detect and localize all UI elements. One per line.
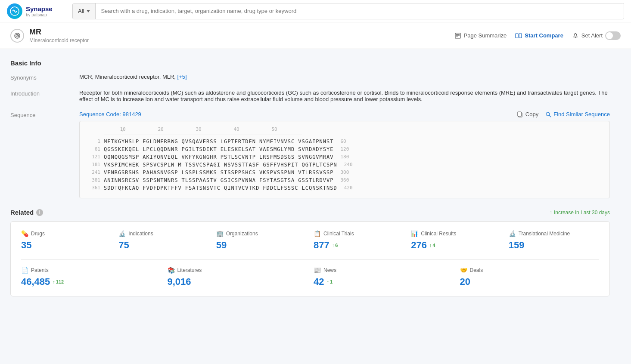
related-item[interactable]: 📄 Patents 46,485 ↑112 bbox=[21, 267, 161, 287]
find-similar-icon bbox=[545, 111, 551, 117]
page-title: MR bbox=[29, 28, 89, 37]
seq-segment: SDDTQFKCAQ bbox=[104, 185, 139, 191]
up-arrow-icon: ↑ bbox=[332, 243, 335, 248]
page-header: MR Mineralocorticoid receptor Page Summa… bbox=[0, 22, 631, 49]
related-info-icon[interactable]: i bbox=[36, 209, 43, 216]
increase-label: Increase in Last 30 days bbox=[554, 210, 610, 216]
header: Synapse by patsnap All bbox=[0, 0, 631, 22]
page-header-left: MR Mineralocorticoid receptor bbox=[10, 28, 89, 43]
related-item-icon: 🔬 bbox=[509, 230, 516, 237]
seq-segment: GSFFVHSPIT bbox=[263, 162, 298, 168]
synonyms-row: Synonyms MCR, Mineralocorticoid receptor… bbox=[10, 74, 610, 81]
find-similar-label: Find Similar Sequence bbox=[553, 111, 610, 117]
seq-segment: ELESKELSAT bbox=[221, 146, 256, 152]
copy-icon bbox=[517, 111, 523, 117]
sequence-line: 61QGSSKEKQEL LPCLQQDNNR PGILTSDIKT ELESK… bbox=[85, 146, 604, 152]
seq-segment: FVDFDPKTFFV bbox=[143, 185, 181, 191]
seq-start-num: 61 bbox=[85, 146, 100, 152]
set-alert-label: Set Alert bbox=[581, 32, 603, 39]
related-item-icon: 📊 bbox=[411, 230, 418, 237]
logo-area: Synapse by patsnap bbox=[7, 3, 67, 19]
main-content: Basic Info Synonyms MCR, Mineralocortico… bbox=[0, 49, 620, 307]
seq-start-num: 241 bbox=[85, 170, 100, 176]
related-item-header: 📋 Clinical Trials bbox=[314, 230, 404, 237]
related-item[interactable]: 📰 News 42 ↑1 bbox=[314, 267, 453, 287]
increase-value: 4 bbox=[433, 243, 435, 248]
related-grid-row2: 📄 Patents 46,485 ↑112 📚 Literatures 9,01… bbox=[21, 267, 599, 287]
related-item-label: Literatures bbox=[177, 267, 202, 273]
increase-value: 112 bbox=[56, 279, 64, 284]
seq-segment: SVRDADYSYE bbox=[298, 146, 333, 152]
synonyms-value: MCR, Mineralocorticoid receptor, MLR, [+… bbox=[79, 74, 610, 81]
up-arrow-icon: ↑ bbox=[326, 279, 329, 284]
set-alert-toggle[interactable] bbox=[605, 31, 621, 40]
sequence-content: Sequence Code: 981429 Copy bbox=[79, 111, 610, 198]
page-summarize-button[interactable]: Page Summarize bbox=[454, 32, 507, 39]
seq-segment: VAESMGLYMD bbox=[259, 146, 295, 152]
related-item[interactable]: 🔬 Indications 75 bbox=[118, 230, 209, 251]
seq-segment: LPCLQQDNNR bbox=[143, 146, 178, 152]
logo-icon bbox=[7, 3, 22, 19]
related-item[interactable]: 💊 Drugs 35 bbox=[21, 230, 112, 251]
related-item-count: 46,485 ↑112 bbox=[21, 276, 161, 287]
increase-badge: ↑1 bbox=[326, 279, 333, 284]
search-type-dropdown[interactable]: All bbox=[73, 3, 96, 19]
seq-start-num: 1 bbox=[85, 139, 100, 145]
sequence-row: Sequence Sequence Code: 981429 Copy bbox=[10, 111, 610, 198]
related-item-icon: 🏢 bbox=[216, 230, 224, 237]
seq-segment: QQNQQGSMSP bbox=[104, 154, 139, 160]
related-item-number: 42 bbox=[314, 276, 324, 287]
seq-segment: EGLDMERRWG bbox=[143, 139, 178, 145]
search-input[interactable] bbox=[96, 3, 624, 19]
start-compare-button[interactable]: Start Compare bbox=[515, 32, 563, 39]
introduction-value: Receptor for both mineralocorticoids (MC… bbox=[79, 89, 610, 102]
seq-segment: SISSPPSHCS bbox=[221, 170, 256, 176]
seq-segment: LCQNSKTNSD bbox=[302, 185, 337, 191]
seq-end-num: 240 bbox=[344, 162, 353, 168]
seq-end-num: 120 bbox=[341, 146, 349, 152]
seq-end-num: 420 bbox=[344, 185, 353, 191]
find-similar-button[interactable]: Find Similar Sequence bbox=[545, 111, 610, 117]
up-arrow-icon: ↑ bbox=[53, 279, 55, 284]
sequence-code-link[interactable]: Sequence Code: 981429 bbox=[79, 111, 141, 117]
related-item-icon: 🤝 bbox=[460, 267, 467, 274]
svg-point-3 bbox=[17, 35, 18, 36]
synonyms-plus-link[interactable]: [+5] bbox=[177, 74, 187, 80]
seq-segment: NYMEIVNVSC bbox=[259, 139, 295, 145]
seq-segment: PGILTSDIKT bbox=[182, 146, 217, 152]
sequence-actions: Copy Find Similar Sequence bbox=[517, 111, 610, 117]
seq-segment: QINTVCVTKD bbox=[224, 185, 259, 191]
related-item-icon: 📄 bbox=[21, 267, 28, 274]
related-item[interactable]: 🏢 Organizations 59 bbox=[216, 230, 307, 251]
seq-segment: FDDCLFSSSC bbox=[263, 185, 298, 191]
related-item[interactable]: 📋 Clinical Trials 877 ↑6 bbox=[314, 230, 404, 251]
seq-segment: FSATSNSVTC bbox=[185, 185, 221, 191]
related-item-number: 46,485 bbox=[21, 276, 50, 287]
seq-segment: AKIYQNVEQL bbox=[143, 154, 178, 160]
sequence-box[interactable]: 10 20 30 40 50 1METKGYHSLP EGLDMERRWG QV… bbox=[79, 121, 610, 198]
related-item[interactable]: 📊 Clinical Results 276 ↑4 bbox=[411, 230, 501, 251]
search-area: All bbox=[72, 3, 624, 19]
seq-segment: VKSPVSSPNN bbox=[259, 170, 295, 176]
related-item-label: Deals bbox=[470, 267, 483, 273]
related-item[interactable]: 🤝 Deals 20 bbox=[460, 267, 600, 287]
target-icon bbox=[10, 29, 24, 43]
sequence-line: 241VENRGSRSHS PAHASNVGSP LSSPLSSMKS SISS… bbox=[85, 170, 604, 176]
related-item[interactable]: 🔬 Translational Medicine 159 bbox=[509, 230, 599, 251]
svg-rect-9 bbox=[519, 34, 522, 38]
seq-segment: TSSVCSPAGI bbox=[185, 162, 221, 168]
related-item-number: 75 bbox=[118, 240, 129, 251]
related-card: 💊 Drugs 35 🔬 Indications 75 🏢 Organizati… bbox=[10, 221, 610, 296]
basic-info-title: Basic Info bbox=[10, 59, 610, 67]
copy-button[interactable]: Copy bbox=[517, 111, 538, 117]
related-divider bbox=[21, 259, 599, 260]
seq-segment: SVNGGVMRAV bbox=[298, 154, 333, 160]
related-item-label: Indications bbox=[128, 231, 153, 237]
related-item[interactable]: 📚 Literatures 9,016 bbox=[168, 267, 307, 287]
svg-rect-13 bbox=[518, 112, 521, 116]
search-type-label: All bbox=[78, 8, 84, 14]
related-item-header: 📚 Literatures bbox=[168, 267, 307, 274]
compare-icon bbox=[515, 32, 522, 39]
seq-start-num: 121 bbox=[85, 154, 100, 160]
synonyms-text: MCR, Mineralocorticoid receptor, MLR, bbox=[79, 74, 176, 80]
